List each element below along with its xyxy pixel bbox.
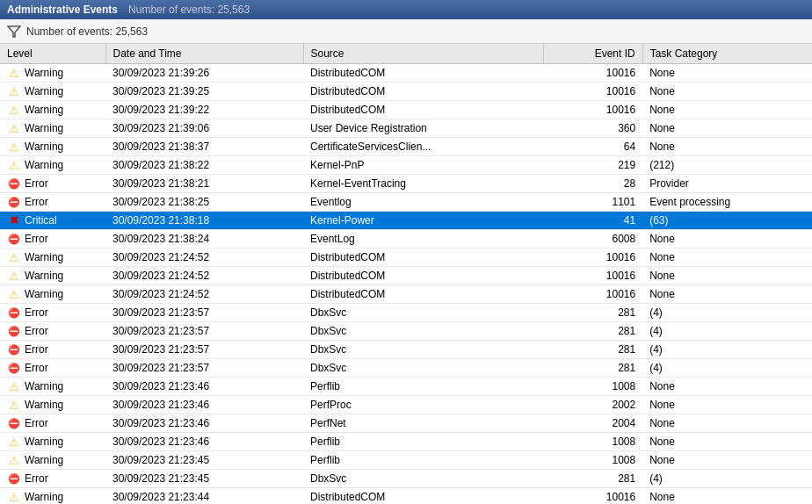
table-row[interactable]: Error30/09/2023 21:23:57DbxSvc281(4) [0, 359, 812, 378]
cell-source: DistributedCOM [303, 101, 544, 119]
level-label: Warning [25, 122, 63, 134]
level-label: Warning [25, 491, 63, 503]
table-row[interactable]: Warning30/09/2023 21:23:44DistributedCOM… [0, 488, 812, 505]
table-row[interactable]: Error30/09/2023 21:38:21Kernel-EventTrac… [0, 175, 812, 193]
level-label: Error [25, 233, 48, 245]
cell-datetime: 30/09/2023 21:23:57 [105, 304, 303, 322]
cell-source: CertificateServicesClien... [303, 138, 544, 156]
cell-task: Provider [642, 175, 812, 193]
error-icon [7, 176, 21, 191]
cell-datetime: 30/09/2023 21:23:44 [105, 488, 303, 505]
table-row[interactable]: Warning30/09/2023 21:23:46Perflib1008Non… [0, 433, 812, 451]
error-icon [7, 306, 21, 320]
level-label: Warning [25, 288, 63, 300]
cell-task: None [642, 248, 812, 267]
cell-eventid: 41 [544, 212, 642, 230]
cell-source: Perflib [303, 378, 544, 396]
cell-source: DbxSvc [303, 322, 544, 341]
table-row[interactable]: Error30/09/2023 21:23:57DbxSvc281(4) [0, 322, 812, 341]
level-label: Warning [25, 270, 63, 282]
level-label: Warning [25, 85, 63, 97]
warning-icon [7, 490, 21, 504]
warning-icon [7, 250, 21, 264]
table-row[interactable]: Critical30/09/2023 21:38:18Kernel-Power4… [0, 212, 812, 230]
level-label: Error [25, 343, 48, 356]
level-label: Warning [25, 159, 63, 171]
cell-source: User Device Registration [303, 119, 544, 138]
level-label: Error [25, 177, 48, 190]
table-row[interactable]: Error30/09/2023 21:38:24EventLog6008None [0, 230, 812, 248]
cell-datetime: 30/09/2023 21:23:46 [105, 414, 303, 433]
col-header-task[interactable]: Task Category [642, 44, 812, 64]
warning-icon [7, 398, 21, 412]
table-row[interactable]: Warning30/09/2023 21:39:25DistributedCOM… [0, 83, 812, 101]
table-row[interactable]: Warning30/09/2023 21:23:46PerfProc2002No… [0, 396, 812, 414]
cell-eventid: 219 [544, 156, 642, 175]
cell-eventid: 281 [544, 304, 642, 322]
cell-source: DistributedCOM [303, 267, 544, 285]
table-row[interactable]: Error30/09/2023 21:23:57DbxSvc281(4) [0, 341, 812, 359]
cell-task: (4) [642, 341, 812, 359]
cell-eventid: 2004 [544, 414, 642, 433]
cell-task: None [642, 267, 812, 285]
table-row[interactable]: Warning30/09/2023 21:23:46Perflib1008Non… [0, 378, 812, 396]
table-row[interactable]: Warning30/09/2023 21:39:26DistributedCOM… [0, 64, 812, 83]
cell-source: DistributedCOM [303, 488, 544, 505]
cell-source: DbxSvc [303, 359, 544, 378]
cell-level: Warning [0, 267, 105, 285]
table-row[interactable]: Error30/09/2023 21:23:46PerfNet2004None [0, 414, 812, 433]
table-row[interactable]: Warning30/09/2023 21:38:37CertificateSer… [0, 138, 812, 156]
table-row[interactable]: Warning30/09/2023 21:24:52DistributedCOM… [0, 248, 812, 267]
cell-level: Warning [0, 101, 105, 119]
cell-eventid: 360 [544, 119, 642, 138]
cell-eventid: 1008 [544, 433, 642, 451]
cell-eventid: 1008 [544, 378, 642, 396]
cell-datetime: 30/09/2023 21:39:22 [105, 101, 303, 119]
cell-task: (4) [642, 359, 812, 378]
table-row[interactable]: Error30/09/2023 21:23:57DbxSvc281(4) [0, 304, 812, 322]
level-label: Warning [25, 140, 63, 153]
cell-source: Perflib [303, 433, 544, 451]
table-row[interactable]: Warning30/09/2023 21:38:22Kernel-PnP219(… [0, 156, 812, 175]
warning-icon [7, 379, 21, 393]
table-header-row: Level Date and Time Source Event ID Task… [0, 44, 812, 64]
error-icon [7, 324, 21, 338]
cell-level: Warning [0, 285, 105, 304]
cell-eventid: 10016 [544, 488, 642, 505]
cell-task: (212) [642, 156, 812, 175]
cell-eventid: 10016 [544, 64, 642, 83]
table-row[interactable]: Error30/09/2023 21:38:25Eventlog1101Even… [0, 193, 812, 212]
table-row[interactable]: Warning30/09/2023 21:23:45Perflib1008Non… [0, 451, 812, 470]
cell-source: PerfNet [303, 414, 544, 433]
table-row[interactable]: Warning30/09/2023 21:24:52DistributedCOM… [0, 267, 812, 285]
col-header-datetime[interactable]: Date and Time [105, 44, 303, 64]
cell-eventid: 10016 [544, 285, 642, 304]
table-row[interactable]: Warning30/09/2023 21:24:52DistributedCOM… [0, 285, 812, 304]
col-header-eventid[interactable]: Event ID [544, 44, 642, 64]
cell-source: EventLog [303, 230, 544, 248]
col-header-source[interactable]: Source [303, 44, 544, 64]
cell-level: Warning [0, 138, 105, 156]
cell-eventid: 10016 [544, 101, 642, 119]
table-row[interactable]: Warning30/09/2023 21:39:06User Device Re… [0, 119, 812, 138]
level-label: Warning [25, 251, 63, 263]
cell-level: Warning [0, 433, 105, 451]
cell-task: None [642, 119, 812, 138]
cell-source: DistributedCOM [303, 64, 544, 83]
title-bar: Administrative Events Number of events: … [0, 0, 812, 19]
filter-icon[interactable] [7, 25, 21, 39]
table-row[interactable]: Error30/09/2023 21:23:45DbxSvc281(4) [0, 470, 812, 488]
cell-task: None [642, 488, 812, 505]
cell-datetime: 30/09/2023 21:39:25 [105, 83, 303, 101]
table-row[interactable]: Warning30/09/2023 21:39:22DistributedCOM… [0, 101, 812, 119]
cell-task: None [642, 451, 812, 470]
warning-icon [7, 158, 21, 172]
cell-level: Critical [0, 212, 105, 230]
col-header-level[interactable]: Level [0, 44, 105, 64]
event-count-label: Number of events: 25,563 [26, 25, 148, 38]
title-bar-title: Administrative Events [7, 4, 118, 16]
cell-task: (63) [642, 212, 812, 230]
cell-task: (4) [642, 470, 812, 488]
cell-eventid: 1008 [544, 451, 642, 470]
cell-source: DbxSvc [303, 304, 544, 322]
